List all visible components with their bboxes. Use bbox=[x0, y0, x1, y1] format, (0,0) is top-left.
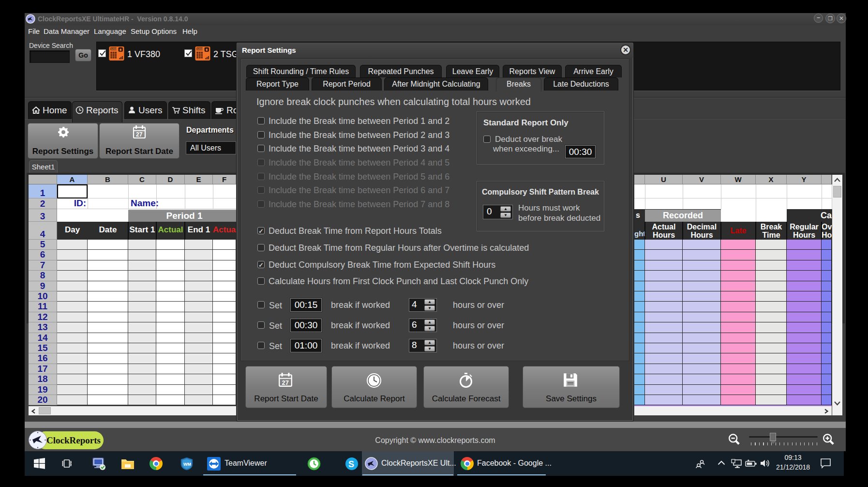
svg-text:1210: 1210 bbox=[197, 47, 203, 50]
svg-text:27: 27 bbox=[136, 131, 143, 138]
svg-text:27: 27 bbox=[282, 379, 289, 386]
svg-text:S: S bbox=[348, 459, 354, 469]
svg-text:1210: 1210 bbox=[111, 47, 117, 50]
svg-text:WM: WM bbox=[183, 462, 191, 467]
